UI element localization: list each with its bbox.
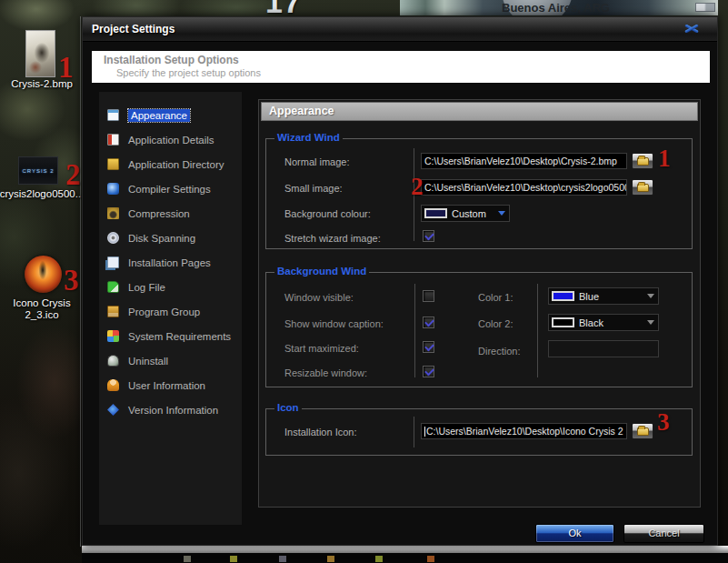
header-subtitle: Specify the project setup options <box>116 67 261 78</box>
taskbar-app-icon[interactable] <box>427 556 434 562</box>
normal-image-field[interactable]: C:\Users\BrianVelez10\Desktop\Crysis-2.b… <box>421 153 627 169</box>
taskbar-top-edge <box>82 546 728 553</box>
color2-dropdown[interactable]: Black <box>548 314 659 331</box>
group-separator <box>414 417 414 447</box>
appearance-panel: Appearance Wizard Wind Normal image: C:\… <box>258 99 701 508</box>
chevron-down-icon[interactable] <box>494 206 509 221</box>
installation-icon-field[interactable]: C:\Users\BrianVelez10\Desktop\Icono Crys… <box>421 423 627 439</box>
taskbar-app-icon[interactable] <box>375 556 383 562</box>
sidebar-item-label: Log File <box>128 282 165 293</box>
sidebar-item-application-directory[interactable]: Application Directory <box>99 152 242 176</box>
desktop-icon-icono-crysis[interactable] <box>25 256 62 293</box>
annotation-number-3: 3 <box>657 410 670 435</box>
window-visible-checkbox[interactable] <box>423 290 434 302</box>
sidebar-item-compression[interactable]: Compression <box>99 201 242 226</box>
sidebar-item-disk-spanning[interactable]: Disk Spanning <box>99 226 242 250</box>
folder-icon <box>107 158 119 170</box>
sidebar-item-label: User Information <box>128 380 205 391</box>
group-separator <box>537 284 538 377</box>
color2-label: Color 2: <box>478 318 514 329</box>
cancel-button[interactable]: Cancel <box>623 524 704 543</box>
log-file-icon <box>107 281 119 293</box>
sidebar-item-user-information[interactable]: User Information <box>99 373 242 397</box>
sidebar-item-installation-pages[interactable]: Installation Pages <box>99 250 242 275</box>
desktop-icon-crysis2logo[interactable]: CRYSIS 2 <box>18 156 58 185</box>
direction-dropdown[interactable] <box>548 340 659 357</box>
group-title: Background Wind <box>274 266 369 276</box>
dialog-titlebar[interactable]: Project Settings <box>83 17 717 42</box>
chevron-down-icon[interactable] <box>643 315 658 330</box>
taskbar-app-icon[interactable] <box>327 556 334 562</box>
uninstall-icon <box>107 355 119 367</box>
taskbar-app-icon[interactable] <box>230 556 237 562</box>
color-swatch <box>552 317 574 327</box>
wizard-window-group: Wizard Wind Normal image: C:\Users\Brian… <box>265 138 693 249</box>
project-settings-dialog: Project Settings Installation Setup Opti… <box>82 16 718 546</box>
disc-icon <box>107 232 119 244</box>
sidebar-item-version-information[interactable]: Version Information <box>99 397 242 422</box>
taskbar[interactable] <box>82 553 728 563</box>
background-window-group: Background Wind Window visible: Show win… <box>265 272 693 387</box>
compiler-icon <box>107 183 119 195</box>
group-title: Icon <box>274 402 302 413</box>
color1-dropdown[interactable]: Blue <box>548 287 659 305</box>
annotation-number-2: 2 <box>411 175 424 199</box>
sidebar-item-label: System Requirements <box>128 331 231 342</box>
small-image-field[interactable]: C:\Users\BrianVelez10\Desktop\crysis2log… <box>421 179 627 196</box>
show-window-caption-checkbox[interactable] <box>423 317 434 328</box>
browse-button[interactable] <box>632 423 653 439</box>
taskbar-app-icon[interactable] <box>184 556 191 562</box>
resizable-window-label: Resizable window: <box>284 367 367 378</box>
sidebar-item-appearance[interactable]: Appearance <box>99 103 242 127</box>
sidebar-item-label: Program Group <box>128 307 200 317</box>
color-swatch <box>552 291 574 301</box>
sidebar-item-label: Disk Spanning <box>128 233 195 244</box>
crysis-logo-text: CRYSIS 2 <box>22 168 54 174</box>
browse-button[interactable] <box>632 153 653 169</box>
weather-location: Buenos Aires, ARG <box>502 1 610 15</box>
sidebar-item-label: Compiler Settings <box>128 184 211 195</box>
desktop-icon-label[interactable]: Icono Crysis 2_3.ico <box>2 297 82 321</box>
small-image-label: Small image: <box>284 183 343 194</box>
sidebar-item-label: Appearance <box>128 109 190 122</box>
resizable-window-checkbox[interactable] <box>423 366 434 377</box>
open-folder-icon <box>637 184 649 192</box>
direction-label: Direction: <box>478 346 520 357</box>
chevron-down-icon[interactable] <box>643 288 658 304</box>
window-edge-line <box>80 16 81 547</box>
taskbar-app-icon[interactable] <box>279 556 286 562</box>
color-swatch <box>424 208 447 218</box>
desktop-icon-crysis2-bmp[interactable] <box>25 30 55 77</box>
annotation-number-2: 2 <box>65 160 81 190</box>
stretch-wizard-image-checkbox[interactable] <box>423 230 434 242</box>
group-title: Wizard Wind <box>274 132 343 143</box>
screen: 17 Buenos Aires, ARG Crysis-2.bmp 1 CRYS… <box>0 0 728 563</box>
annotation-number-3: 3 <box>64 266 79 296</box>
group-separator <box>414 284 415 377</box>
sidebar-item-uninstall[interactable]: Uninstall <box>99 348 242 373</box>
gadget-buttons[interactable] <box>695 3 715 12</box>
version-info-icon <box>107 404 119 416</box>
color1-label: Color 1: <box>478 292 514 303</box>
installation-icon-label: Installation Icon: <box>284 427 357 437</box>
clamp-icon <box>107 207 119 219</box>
sidebar-item-program-group[interactable]: Program Group <box>99 299 242 324</box>
sidebar-item-system-requirements[interactable]: System Requirements <box>99 324 242 348</box>
user-icon <box>107 379 119 391</box>
panel-title: Appearance <box>261 102 698 121</box>
annotation-number-1: 1 <box>658 146 671 171</box>
close-icon[interactable] <box>683 22 701 35</box>
ok-button[interactable]: Ok <box>535 524 614 543</box>
show-window-caption-label: Show window caption: <box>284 318 384 329</box>
background-colour-dropdown[interactable]: Custom <box>421 205 510 222</box>
sidebar-item-application-details[interactable]: Application Details <box>99 127 242 152</box>
dropdown-value: Custom <box>452 208 494 219</box>
header-title: Installation Setup Options <box>104 54 239 66</box>
sidebar-item-compiler-settings[interactable]: Compiler Settings <box>99 176 242 201</box>
open-folder-icon <box>637 157 649 166</box>
start-maximized-checkbox[interactable] <box>423 341 434 353</box>
browse-button[interactable] <box>632 179 653 196</box>
sidebar-item-label: Application Directory <box>128 159 224 170</box>
annotation-number-1: 1 <box>58 53 74 83</box>
sidebar-item-log-file[interactable]: Log File <box>99 275 242 299</box>
